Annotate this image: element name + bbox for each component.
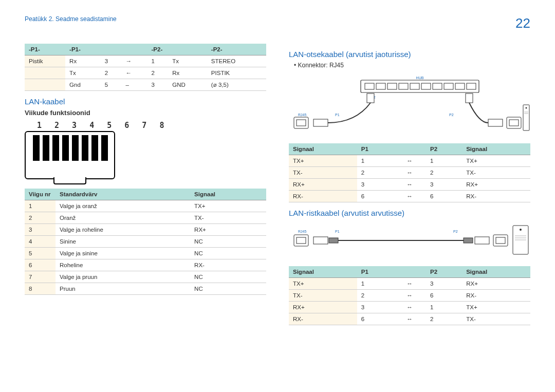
table-row: RX-6↔2TX-: [289, 313, 530, 325]
table-cell: 6: [357, 191, 393, 202]
table-row: RX-6↔6RX-: [289, 191, 530, 202]
table-row: RX+3↔1TX+: [289, 302, 530, 313]
bullet-connector: • Konnektor: RJ45: [294, 62, 530, 69]
table-cell: Valge ja pruun: [55, 271, 190, 283]
svg-rect-14: [297, 120, 306, 126]
table-row: TX-2↔2TX-: [289, 167, 530, 179]
th: -P2-: [207, 44, 266, 55]
table-cell: TX-: [462, 167, 530, 179]
th: P2: [426, 266, 462, 278]
th: [121, 44, 147, 55]
page-header: Peatükk 2. Seadme seadistamine 22: [25, 15, 530, 31]
th: Signaal: [462, 143, 530, 155]
heading-cross-cable: LAN-ristkaabel (arvutist arvutisse): [289, 209, 530, 217]
table-cell: ↔: [393, 155, 426, 167]
svg-rect-16: [488, 119, 503, 126]
table-cell: TX-: [289, 290, 357, 302]
table-row: 4SinineNC: [25, 236, 266, 248]
table-cell: GND: [168, 79, 207, 91]
table-cell: TX+: [190, 200, 266, 212]
table-cell: Roheline: [55, 259, 190, 271]
table-cell: TX+: [462, 302, 530, 313]
th: P1: [357, 266, 393, 278]
th: -P1-: [65, 44, 121, 55]
sub-viikude: Viikude funktsioonid: [25, 109, 266, 117]
table-cell: RX+: [462, 179, 530, 191]
table-cell: RX-: [462, 191, 530, 202]
table-cell: NC: [190, 236, 266, 248]
svg-rect-31: [464, 238, 473, 243]
p1-p2-table: -P1- -P1- -P2- -P2- PistikRx3→1TxSTEREOT…: [25, 44, 266, 91]
table-cell: 1: [426, 302, 462, 313]
table-row: 3Valge ja rohelineRX+: [25, 224, 266, 236]
table-cell: Pistik: [25, 55, 65, 67]
table-row: 2OranžTX-: [25, 212, 266, 224]
rj45-label: RJ45: [298, 113, 306, 117]
table-cell: PISTIK: [207, 67, 266, 79]
table-row: 5Valge ja sinineNC: [25, 248, 266, 259]
table-cell: TX-: [190, 212, 266, 224]
th: P2: [426, 143, 462, 155]
table-cell: 3: [25, 224, 55, 236]
th: Signaal: [289, 143, 357, 155]
svg-rect-8: [444, 83, 453, 89]
table-cell: 1: [426, 155, 462, 167]
svg-rect-5: [410, 83, 419, 89]
p1-label: P1: [335, 113, 340, 117]
svg-rect-2: [376, 83, 385, 89]
rj45-connector-icon: [25, 131, 115, 179]
table-cell: →: [121, 55, 147, 67]
table-cell: Pruun: [55, 283, 190, 295]
table-cell: 2: [426, 313, 462, 325]
table-cell: 8: [25, 283, 55, 295]
table-cell: 6: [357, 313, 393, 325]
table-row: TX+1↔3RX+: [289, 278, 530, 290]
th: Signaal: [462, 266, 530, 278]
svg-point-36: [520, 229, 522, 231]
table-row: Tx2←2RxPISTIK: [25, 67, 266, 79]
table-cell: 7: [25, 271, 55, 283]
left-column: -P1- -P1- -P2- -P2- PistikRx3→1TxSTEREOT…: [25, 44, 266, 330]
table-cell: Rx: [168, 67, 207, 79]
table-row: 6RohelineRX-: [25, 259, 266, 271]
table-cell: 5: [101, 79, 122, 91]
heading-lan-kaabel: LAN-kaabel: [25, 97, 266, 106]
table-cell: Valge ja oranž: [55, 200, 190, 212]
table-cell: 1: [357, 278, 393, 290]
table-cell: RX+: [190, 224, 266, 236]
th: -P1-: [25, 44, 65, 55]
table-cell: 2: [357, 290, 393, 302]
table-cell: Sinine: [55, 236, 190, 248]
pin-numbers: 1 2 3 4 5 6 7 8: [37, 121, 266, 130]
table-cell: [25, 79, 65, 91]
table-row: PistikRx3→1TxSTEREO: [25, 55, 266, 67]
p2-label: P2: [449, 113, 454, 117]
page-number: 22: [515, 15, 530, 31]
table-cell: 2: [25, 212, 55, 224]
svg-rect-18: [509, 120, 519, 126]
table-row: 7Valge ja pruunNC: [25, 271, 266, 283]
table-cell: RX+: [289, 179, 357, 191]
direct-cable-table: Signaal P1 P2 Signaal TX+1↔1TX+TX-2↔2TX-…: [289, 143, 530, 202]
svg-rect-25: [297, 237, 306, 244]
table-cell: 2: [147, 67, 169, 79]
svg-rect-34: [496, 237, 505, 244]
table-cell: ↔: [393, 179, 426, 191]
table-cell: RX-: [190, 259, 266, 271]
table-cell: RX+: [462, 278, 530, 290]
svg-rect-32: [475, 237, 489, 244]
table-cell: 5: [25, 248, 55, 259]
svg-rect-3: [387, 83, 397, 89]
table-cell: 3: [357, 179, 393, 191]
table-cell: 3: [101, 55, 122, 67]
table-cell: NC: [190, 248, 266, 259]
table-cell: Valge ja sinine: [55, 248, 190, 259]
table-cell: RX-: [289, 313, 357, 325]
svg-rect-4: [399, 83, 408, 89]
table-row: RX+3↔3RX+: [289, 179, 530, 191]
table-cell: TX+: [462, 155, 530, 167]
table-cell: ↔: [393, 302, 426, 313]
table-cell: –: [121, 79, 147, 91]
table-cell: 6: [25, 259, 55, 271]
table-cell: 1: [25, 200, 55, 212]
